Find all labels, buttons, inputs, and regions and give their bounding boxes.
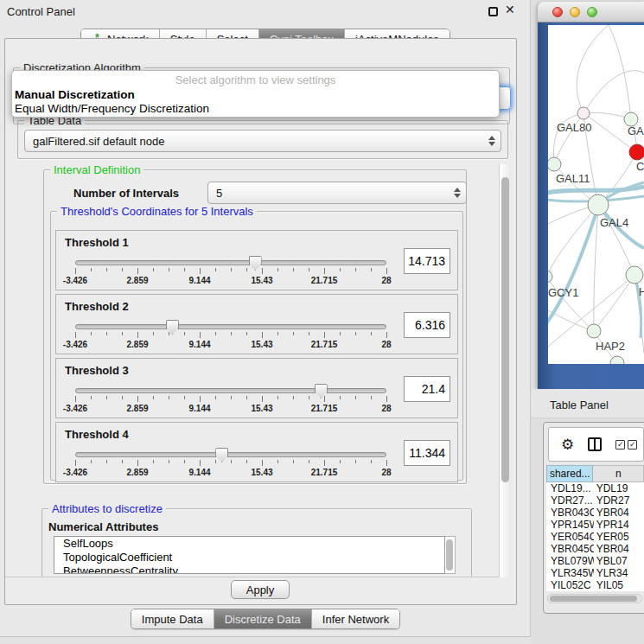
slider-ticks <box>75 396 386 403</box>
attributes-group-label: Attributes to discretize <box>48 502 166 515</box>
threshold-value-field[interactable]: 6.316 <box>404 312 450 338</box>
tick-label: 9.144 <box>188 468 210 477</box>
table-row[interactable]: YIL052CYIL05 <box>546 579 644 591</box>
tick-label: 9.144 <box>188 276 210 285</box>
settings-scroll-viewport: Interval Definition Number of Intervals … <box>5 164 499 577</box>
close-icon[interactable]: ✕ <box>505 3 515 16</box>
threshold-value-field[interactable]: 21.4 <box>404 376 450 402</box>
cell-name[interactable]: YBL07 <box>594 555 644 567</box>
threshold-value-field[interactable]: 14.713 <box>404 248 450 274</box>
table-row[interactable]: YER054CYER05 <box>546 531 644 543</box>
cell-name[interactable]: YBR04 <box>594 507 644 519</box>
tab-infer-network[interactable]: Infer Network <box>311 609 399 628</box>
network-node-label: GAL <box>628 124 644 137</box>
cell-name[interactable]: YBR04 <box>594 543 644 555</box>
float-window-icon[interactable] <box>488 7 498 16</box>
table-row[interactable]: YBR043CYBR04 <box>546 507 644 519</box>
network-edges <box>548 25 644 363</box>
cell-name[interactable]: YIL05 <box>594 579 644 591</box>
slider-track[interactable] <box>75 452 386 457</box>
zoom-traffic-light-icon[interactable] <box>587 7 597 17</box>
threshold-panel: Threshold 1-3.4262.8599.14415.4321.71528… <box>55 230 458 290</box>
tick-label: 15.43 <box>251 340 272 349</box>
threshold-panel: Threshold 4-3.4262.8599.14415.4321.71528… <box>55 422 458 482</box>
network-node[interactable] <box>548 157 561 171</box>
attribute-list-item[interactable]: BetweennessCentrality <box>54 564 444 574</box>
numerical-attributes-list[interactable]: SelfLoopsTopologicalCoefficientBetweenne… <box>54 536 445 574</box>
slider-track[interactable] <box>75 324 386 329</box>
cell-shared-name[interactable]: YLR345W <box>546 567 594 579</box>
table-data-value: galFiltered.sif default node <box>33 135 164 148</box>
network-node[interactable] <box>577 107 590 119</box>
threshold-panel: Threshold 3-3.4262.8599.14415.4321.71528… <box>55 358 458 418</box>
table-row[interactable]: YBL079WYBL07 <box>546 555 644 567</box>
column-header-name[interactable]: n <box>593 465 644 482</box>
table-scrollbar-thumb[interactable] <box>550 596 637 602</box>
table-panel-titlebar[interactable]: Table Panel <box>531 389 644 418</box>
network-node-label: GCY1 <box>548 286 578 299</box>
cell-shared-name[interactable]: YIL052C <box>546 579 594 591</box>
cell-shared-name[interactable]: YBL079W <box>546 555 594 567</box>
dropdown-option[interactable]: Manual Discretization <box>12 88 499 102</box>
cell-shared-name[interactable]: YBR045C <box>546 543 594 555</box>
dropdown-prompt: Select algorithm to view settings <box>12 73 499 88</box>
minimize-traffic-light-icon[interactable] <box>570 7 580 17</box>
tick-label: 9.144 <box>188 340 210 349</box>
cell-name[interactable]: YLR34 <box>594 567 644 579</box>
attribute-list-item[interactable]: SelfLoops <box>54 537 444 551</box>
panel-scrollbar-thumb[interactable] <box>501 177 509 482</box>
table-horizontal-scrollbar[interactable] <box>547 594 642 603</box>
close-traffic-light-icon[interactable] <box>552 7 563 17</box>
table-row[interactable]: YDL19...YDL19 <box>546 482 644 494</box>
cell-shared-name[interactable]: YER054C <box>546 531 594 543</box>
cell-name[interactable]: YPR14 <box>594 519 644 531</box>
threshold-value-field[interactable]: 11.344 <box>404 440 450 466</box>
tick-label: 2.859 <box>126 468 148 477</box>
network-canvas[interactable]: GAL80GALCGAL11GAL4GCY1HHAP2 <box>548 25 644 364</box>
panel-scrollbar-track[interactable] <box>499 164 511 577</box>
attribute-list-item[interactable]: TopologicalCoefficient <box>54 551 444 564</box>
checkbox-icon[interactable]: ✓ <box>615 440 625 450</box>
tab-label: Infer Network <box>322 613 389 626</box>
tab-label: Impute Data <box>142 613 203 626</box>
slider-track[interactable] <box>75 388 386 393</box>
interval-definition-label: Interval Definition <box>50 164 143 176</box>
checkbox-icon[interactable]: ✓ <box>628 440 637 450</box>
combo-arrows-icon <box>454 182 461 203</box>
network-node[interactable] <box>587 324 601 338</box>
tab-discretize-data[interactable]: Discretize Data <box>214 609 311 628</box>
table-row[interactable]: YPR145WYPR14 <box>546 519 644 531</box>
apply-button[interactable]: Apply <box>231 580 290 599</box>
network-node[interactable] <box>629 144 644 160</box>
cell-shared-name[interactable]: YDL19... <box>546 482 594 494</box>
cell-shared-name[interactable]: YDR27... <box>546 494 594 507</box>
attributes-list-scrollbar[interactable] <box>445 536 456 574</box>
slider-track[interactable] <box>75 260 386 265</box>
network-node-label: H <box>639 285 644 298</box>
gear-icon[interactable]: ⚙ <box>561 437 574 452</box>
network-node[interactable] <box>626 266 643 284</box>
threshold-label: Threshold 3 <box>65 364 129 377</box>
table-data-combo[interactable]: galFiltered.sif default node <box>24 130 501 152</box>
cell-name[interactable]: YER05 <box>594 531 644 543</box>
dropdown-option[interactable]: Equal Width/Frequency Discretization <box>12 102 499 116</box>
cell-shared-name[interactable]: YPR145W <box>546 519 594 531</box>
tick-label: 28 <box>381 404 391 413</box>
column-header-shared[interactable]: shared... <box>546 465 593 482</box>
tick-label: 15.43 <box>251 276 272 285</box>
cell-name[interactable]: YDR27 <box>594 494 644 507</box>
table-row[interactable]: YDR27...YDR27 <box>546 494 644 507</box>
num-intervals-combo[interactable]: 5 <box>207 182 467 204</box>
table-row[interactable]: YLR345WYLR34 <box>546 567 644 579</box>
tick-label: 21.715 <box>311 404 338 413</box>
tab-impute-data[interactable]: Impute Data <box>131 609 214 628</box>
cell-name[interactable]: YDL19 <box>594 482 644 494</box>
network-window-titlebar[interactable] <box>538 2 644 22</box>
tick-label: 28 <box>381 340 391 349</box>
table-row[interactable]: YBR045CYBR04 <box>546 543 644 555</box>
network-node[interactable] <box>548 271 552 283</box>
cell-shared-name[interactable]: YBR043C <box>546 507 594 519</box>
column-split-icon[interactable] <box>588 437 602 451</box>
node-table-header: shared... n <box>546 465 644 482</box>
network-node[interactable] <box>588 194 609 215</box>
